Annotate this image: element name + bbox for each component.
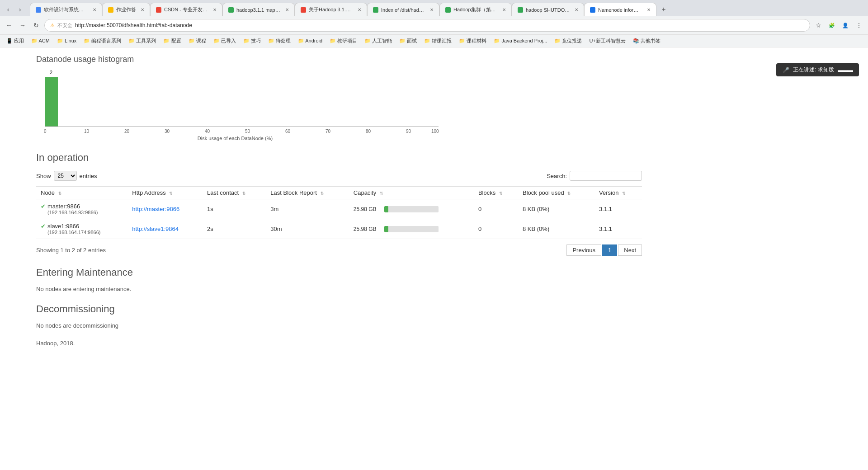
- previous-button[interactable]: Previous: [566, 244, 601, 256]
- cell-node-0: ✔ master:9866 (192.168.164.93:9866): [36, 199, 127, 219]
- cell-blocks-0: 0: [474, 199, 518, 219]
- sort-last-block: ⇅: [321, 191, 324, 196]
- bookmark-star[interactable]: ☆: [813, 20, 824, 31]
- sort-version: ⇅: [622, 191, 626, 196]
- bookmark-java[interactable]: 📁 Java Backend Proj...: [491, 37, 550, 45]
- bookmark-compete[interactable]: 📁 竞位投递: [552, 37, 585, 45]
- col-version[interactable]: Version ⇅: [594, 187, 642, 199]
- bookmark-tips[interactable]: 📁 技巧: [241, 37, 264, 45]
- nav-back[interactable]: ‹: [3, 4, 14, 15]
- svg-text:100: 100: [431, 129, 439, 134]
- search-input[interactable]: [570, 171, 642, 181]
- address-bar-row: ← → ↻ ⚠ 不安全 http://master:50070/dfshealt…: [0, 16, 868, 34]
- bookmark-other[interactable]: 📚 其他书签: [630, 37, 663, 45]
- bookmark-materials[interactable]: 📁 课程材料: [456, 37, 489, 45]
- back-button[interactable]: ←: [4, 20, 14, 31]
- bookmark-ai[interactable]: 📁 人工智能: [362, 37, 395, 45]
- tab-0[interactable]: 软件设计与系统结构 ✕: [30, 3, 102, 16]
- tab-close-8[interactable]: ✕: [647, 7, 651, 12]
- forward-button[interactable]: →: [17, 20, 28, 31]
- decommissioning-section: Decommissioning No nodes are decommissio…: [36, 303, 642, 329]
- tab-close-6[interactable]: ✕: [502, 7, 506, 12]
- page-1-button[interactable]: 1: [602, 244, 617, 256]
- in-operation-section: In operation Show 10 25 50 100 entries S…: [36, 152, 642, 256]
- svg-text:30: 30: [165, 129, 170, 134]
- col-http[interactable]: Http Address ⇅: [127, 187, 203, 199]
- bookmark-summary[interactable]: 📁 结课汇报: [421, 37, 454, 45]
- bookmark-acm[interactable]: 📁 ACM: [28, 37, 52, 45]
- decommissioning-title: Decommissioning: [36, 303, 642, 315]
- datanode-table: Node ⇅ Http Address ⇅ Last contact ⇅ Las…: [36, 186, 642, 239]
- bookmark-interview[interactable]: 📁 面试: [396, 37, 420, 45]
- lock-icon: ⚠: [50, 23, 55, 28]
- tab-6[interactable]: Hadoop集群（第5： ✕: [439, 3, 512, 16]
- profile-button[interactable]: 👤: [840, 20, 851, 31]
- tab-5[interactable]: Index of /dist/hado... ✕: [367, 3, 439, 16]
- capacity-text-1: 25.98 GB: [354, 226, 381, 232]
- histogram-section: Datanode usage histogram 2 0 10 20 30 40…: [36, 55, 642, 141]
- tab-close-3[interactable]: ✕: [285, 7, 289, 12]
- bookmark-edu[interactable]: 📁 教研项目: [327, 37, 360, 45]
- tab-close-5[interactable]: ✕: [430, 7, 434, 12]
- tab-3[interactable]: hadoop3.1.1 mapre... ✕: [222, 3, 295, 16]
- bookmark-import[interactable]: 📁 已导入: [211, 37, 239, 45]
- bookmark-course[interactable]: 📁 课程: [186, 37, 209, 45]
- cell-http-0: http://master:9866: [127, 199, 203, 219]
- check-icon-0: ✔: [41, 203, 46, 210]
- address-bar[interactable]: ⚠ 不安全 http://master:50070/dfshealth.html…: [44, 19, 810, 32]
- tab-close-7[interactable]: ✕: [575, 7, 578, 12]
- next-button[interactable]: Next: [618, 244, 642, 256]
- reload-button[interactable]: ↻: [31, 20, 42, 31]
- showing-text: Showing 1 to 2 of 2 entries: [36, 247, 106, 254]
- table-row: ✔ slave1:9866 (192.168.164.174:9866) htt…: [36, 219, 642, 239]
- sort-capacity: ⇅: [380, 191, 383, 196]
- bookmark-tools[interactable]: 📁 工具系列: [126, 37, 159, 45]
- menu-button[interactable]: ⋮: [854, 20, 864, 31]
- svg-text:2: 2: [50, 70, 52, 75]
- col-node[interactable]: Node ⇅: [36, 187, 127, 199]
- tab-close-4[interactable]: ✕: [358, 7, 361, 12]
- bookmark-config[interactable]: 📁 配置: [160, 37, 184, 45]
- tab-8-active[interactable]: Namenode informa... ✕: [584, 3, 656, 16]
- mic-icon: 🎤: [783, 67, 789, 73]
- browser-chrome: ‹ › 软件设计与系统结构 ✕ 作业作答 ✕ CSDN - 专业开发者： ✕ h…: [0, 0, 868, 47]
- pagination-row: Showing 1 to 2 of 2 entries Previous 1 N…: [36, 244, 642, 256]
- node-ip-0: (192.168.164.93:9866): [47, 210, 98, 215]
- tab-4[interactable]: 关于Hadoop 3.1.18： ✕: [295, 3, 367, 16]
- bookmark-linux[interactable]: 📁 Linux: [54, 37, 79, 45]
- bookmark-todo[interactable]: 📁 待处理: [265, 37, 293, 45]
- entries-select[interactable]: 10 25 50 100: [54, 171, 77, 181]
- http-link-0[interactable]: http://master:9866: [132, 206, 179, 212]
- sort-http: ⇅: [169, 191, 173, 196]
- nav-forward[interactable]: ›: [14, 4, 25, 15]
- cell-pool-0: 8 KB (0%): [518, 199, 594, 219]
- svg-text:70: 70: [326, 129, 331, 134]
- bookmark-apps[interactable]: 📱 应用: [4, 37, 27, 45]
- col-pool[interactable]: Block pool used ⇅: [518, 187, 594, 199]
- table-controls: Show 10 25 50 100 entries Search:: [36, 171, 642, 181]
- col-blocks[interactable]: Blocks ⇅: [474, 187, 518, 199]
- tab-close-2[interactable]: ✕: [213, 7, 217, 12]
- capacity-bar-inner-1: [384, 226, 389, 232]
- tab-close-0[interactable]: ✕: [93, 7, 96, 12]
- capacity-bar-outer-0: [384, 206, 439, 212]
- http-link-1[interactable]: http://slave1:9864: [132, 226, 179, 232]
- col-capacity[interactable]: Capacity ⇅: [349, 187, 474, 199]
- bookmark-prog[interactable]: 📁 编程语言系列: [81, 37, 124, 45]
- cell-blocks-1: 0: [474, 219, 518, 239]
- voice-waveform: ▬▬▬: [838, 67, 853, 73]
- bookmark-android[interactable]: 📁 Android: [295, 37, 325, 45]
- bookmark-uplus[interactable]: U+新工科智慧云: [586, 37, 628, 45]
- tab-2[interactable]: CSDN - 专业开发者： ✕: [150, 3, 222, 16]
- search-label: Search:: [547, 173, 567, 179]
- table-row: ✔ master:9866 (192.168.164.93:9866) http…: [36, 199, 642, 219]
- col-last-contact[interactable]: Last contact ⇅: [203, 187, 266, 199]
- tab-1[interactable]: 作业作答 ✕: [102, 3, 150, 16]
- tab-close-1[interactable]: ✕: [141, 7, 144, 12]
- new-tab-button[interactable]: +: [658, 4, 669, 15]
- extensions-button[interactable]: 🧩: [826, 20, 837, 31]
- maintenance-empty-text: No nodes are entering maintenance.: [36, 286, 642, 292]
- tab-7[interactable]: hadoop SHUTDOW... ✕: [512, 3, 584, 16]
- svg-text:90: 90: [406, 129, 411, 134]
- col-last-block[interactable]: Last Block Report ⇅: [266, 187, 349, 199]
